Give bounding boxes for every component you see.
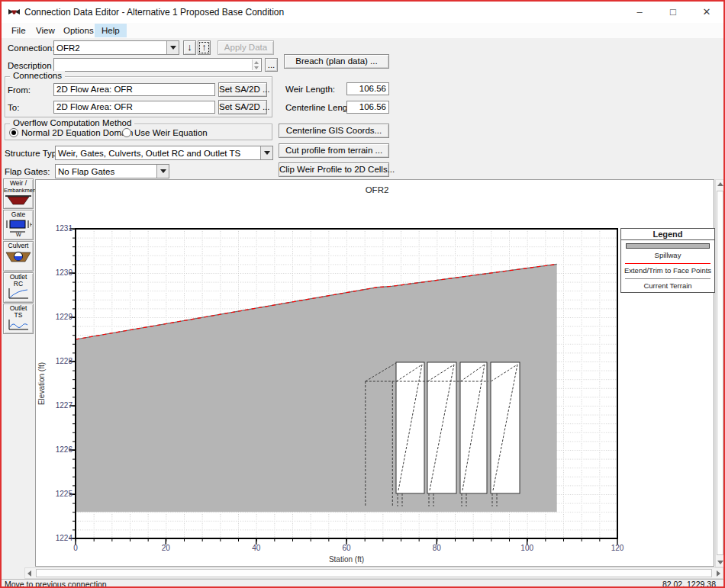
description-label: Description	[8, 61, 52, 70]
outlet-rc-icon	[7, 288, 30, 300]
vertical-scrollbar[interactable]	[715, 179, 725, 567]
minimize-button[interactable]: –	[623, 2, 656, 23]
gate-opening-1	[396, 362, 424, 493]
x-tick: 100	[520, 544, 533, 552]
weir-length-value: 106.56	[346, 82, 389, 95]
x-axis-labels: 0 20 40 60 80 100 120	[73, 544, 624, 552]
set-sa2d-from-button[interactable]: Set SA/2D ...	[218, 82, 267, 97]
gate-label: Gate	[4, 211, 33, 218]
status-message: Move to previous connection	[5, 580, 107, 588]
gate-opening-4	[491, 362, 520, 493]
to-label: To:	[8, 103, 19, 112]
legend-title: Legend	[621, 229, 714, 240]
scroll-left-icon[interactable]	[27, 570, 31, 577]
gate-opening-3	[460, 362, 487, 493]
app-icon	[8, 7, 21, 18]
gate-icon: H W	[5, 218, 32, 236]
sidebar-item-outlet-ts[interactable]: Outlet TS	[3, 304, 34, 334]
culvert-label: Culvert	[4, 243, 33, 249]
radio-normal-2d-equation[interactable]	[9, 128, 18, 137]
chart-title: OFR2	[366, 185, 389, 194]
x-tick: 80	[433, 544, 442, 552]
gate-icon-h-label: H	[30, 222, 32, 227]
outlet-rc-label-2: RC	[4, 281, 33, 288]
radio-weir-equation-label[interactable]: Use Weir Equation	[134, 128, 208, 137]
chart-legend: Legend Spillway Extend/Trim to Face Poin…	[620, 228, 715, 293]
y-axis-title: Elevation (ft)	[37, 362, 46, 405]
spinner-down-icon	[254, 66, 259, 69]
spinner-up-icon	[254, 61, 259, 64]
description-spinner[interactable]	[252, 59, 260, 70]
previous-connection-button[interactable]: ↓	[183, 40, 196, 55]
x-tick: 20	[162, 544, 171, 552]
from-field[interactable]: 2D Flow Area: OFR	[53, 83, 215, 96]
connection-data-editor-window: Connection Data Editor - Alternative 1 P…	[0, 0, 725, 588]
weir-profile-chart[interactable]: OFR2 1231 1230 1229 1228 1227 1226 1225 …	[35, 179, 714, 567]
y-tick: 1226	[56, 445, 73, 454]
radio-use-weir-equation[interactable]	[122, 128, 131, 137]
y-tick: 1224	[56, 534, 73, 542]
structure-type-combobox[interactable]: Weir, Gates, Culverts, Outlet RC and Out…	[55, 146, 273, 160]
overflow-method-title: Overflow Computation Method	[10, 118, 134, 127]
clip-weir-profile-button[interactable]: Clip Weir Profile to 2D Cells...	[279, 162, 389, 177]
menu-options[interactable]: Options	[56, 24, 101, 37]
sidebar-item-weir-embankment[interactable]: Weir / Embankment	[3, 178, 34, 209]
from-label: From:	[8, 85, 31, 95]
weir-embankment-icon	[5, 194, 32, 206]
apply-data-button[interactable]: Apply Data	[218, 40, 274, 55]
sidebar-item-gate[interactable]: Gate H W	[3, 210, 34, 240]
x-tick: 60	[342, 544, 351, 552]
chart-canvas[interactable]: OFR2 1231 1230 1229 1228 1227 1226 1225 …	[36, 180, 714, 566]
next-connection-button[interactable]: ↑	[198, 40, 211, 55]
x-tick: 120	[611, 544, 624, 552]
menu-bar: File View Options Help	[2, 23, 723, 38]
description-input[interactable]	[53, 58, 262, 72]
centerline-gis-coords-button[interactable]: Centerline GIS Coords...	[279, 124, 389, 138]
flap-gates-combobox[interactable]: No Flap Gates	[55, 164, 169, 178]
set-sa2d-to-button[interactable]: Set SA/2D ...	[218, 100, 267, 114]
to-field[interactable]: 2D Flow Area: OFR	[53, 101, 215, 114]
x-axis-title: Station (ft)	[329, 555, 364, 564]
breach-plan-data-button[interactable]: Breach (plan data) ...	[284, 54, 389, 69]
close-button[interactable]: ✕	[690, 2, 723, 23]
menu-help[interactable]: Help	[95, 24, 127, 37]
chevron-down-icon[interactable]	[156, 165, 169, 178]
y-tick: 1225	[56, 490, 73, 498]
title-bar: Connection Data Editor - Alternative 1 P…	[2, 2, 723, 23]
horizontal-scrollbar-thumb[interactable]	[36, 569, 712, 577]
outlet-ts-icon	[7, 319, 30, 331]
maximize-button[interactable]: □	[656, 2, 690, 23]
y-tick: 1229	[56, 313, 73, 321]
window-title: Connection Data Editor - Alternative 1 P…	[24, 7, 284, 18]
status-bar: Move to previous connection 82.02, 1229.…	[2, 579, 723, 588]
weir-embankment-label-2: Embankment	[4, 187, 33, 194]
culvert-icon	[5, 249, 32, 263]
centerline-length-value: 106.56	[346, 101, 389, 114]
sidebar-item-outlet-rc[interactable]: Outlet RC	[3, 272, 34, 303]
extend-trim-swatch	[625, 263, 710, 264]
chevron-down-icon[interactable]	[166, 41, 179, 54]
weir-embankment-label-1: Weir /	[4, 180, 33, 187]
flap-gates-value: No Flap Gates	[56, 167, 156, 176]
cut-profile-from-terrain-button[interactable]: Cut profile from terrain ...	[279, 143, 389, 158]
sidebar-item-culvert[interactable]: Culvert	[3, 241, 34, 272]
current-terrain-swatch	[625, 278, 710, 279]
radio-normal-2d-label[interactable]: Normal 2D Equation Domain	[21, 128, 133, 137]
chevron-down-icon[interactable]	[260, 146, 272, 159]
scroll-down-icon[interactable]	[717, 561, 723, 564]
horizontal-scrollbar[interactable]	[24, 567, 723, 579]
outlet-ts-label-2: TS	[4, 312, 33, 319]
x-tick: 0	[73, 544, 78, 552]
connections-group-title: Connections	[10, 71, 65, 80]
spillway-swatch	[626, 243, 710, 249]
scroll-right-icon[interactable]	[717, 570, 720, 577]
x-tick: 40	[252, 544, 261, 552]
vertical-scrollbar-thumb[interactable]	[717, 191, 723, 555]
y-tick: 1228	[56, 357, 73, 365]
legend-entry-extend-trim: Extend/Trim to Face Points	[621, 265, 714, 277]
structure-type-value: Weir, Gates, Culverts, Outlet RC and Out…	[56, 149, 260, 158]
connection-value: OFR2	[54, 43, 166, 53]
connection-combobox[interactable]: OFR2	[53, 40, 179, 55]
scroll-up-icon[interactable]	[717, 182, 723, 186]
description-more-button[interactable]: ...	[265, 58, 278, 72]
